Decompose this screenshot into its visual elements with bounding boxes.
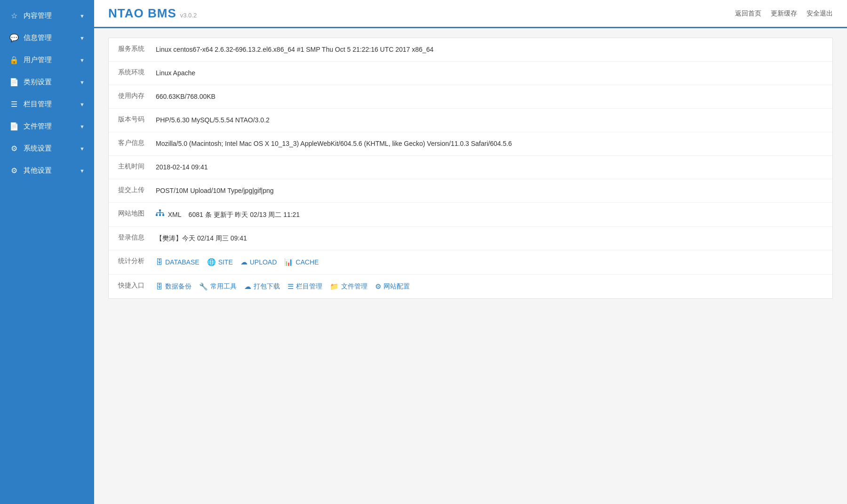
home-button[interactable]: 返回首页 [735, 9, 761, 18]
sidebar-label-info-management: 信息管理 [24, 33, 75, 42]
info-panel: 服务系统Linux centos67-x64 2.6.32-696.13.2.e… [108, 38, 833, 299]
sidebar-item-info-management[interactable]: 💬 信息管理 ▼ [0, 27, 94, 49]
info-row-host-time: 主机时间2018-02-14 09:41 [109, 156, 832, 179]
svg-rect-1 [156, 214, 158, 216]
info-label-host-time: 主机时间 [118, 162, 156, 171]
stats-link-file-mgmt[interactable]: 📁文件管理 [330, 281, 368, 292]
content-area: 服务系统Linux centos67-x64 2.6.32-696.13.2.e… [94, 28, 847, 504]
info-value-client-info: Mozilla/5.0 (Macintosh; Intel Mac OS X 1… [156, 139, 823, 149]
info-label-upload-info: 提交上传 [118, 186, 156, 194]
sidebar-label-category-settings: 类别设置 [24, 78, 75, 87]
sidebar-item-file-management[interactable]: 📄 文件管理 ▼ [0, 115, 94, 137]
upload-icon: ☁ [240, 257, 248, 268]
sidebar-arrow-content-management: ▼ [80, 13, 85, 19]
category-settings-icon: 📄 [9, 78, 19, 87]
header-actions: 返回首页 更新缓存 安全退出 [735, 9, 833, 18]
sidebar-label-other-settings: 其他设置 [24, 166, 75, 175]
sidebar-item-content-management[interactable]: ☆ 内容管理 ▼ [0, 5, 94, 27]
info-row-quick-access: 快捷入口🗄数据备份🔧常用工具☁打包下载☰栏目管理📁文件管理⚙网站配置 [109, 275, 832, 299]
info-label-sitemap: 网站地图 [118, 209, 156, 218]
info-value-stats: 🗄DATABASE🌐SITE☁UPLOAD📊CACHE [156, 257, 823, 268]
sidebar-label-user-management: 用户管理 [24, 56, 75, 64]
info-label-login-info: 登录信息 [118, 233, 156, 242]
info-row-memory-usage: 使用内存660.63KB/768.00KB [109, 85, 832, 109]
package-download-icon: ☁ [244, 281, 251, 292]
sidebar-label-content-management: 内容管理 [24, 11, 75, 20]
svg-rect-2 [159, 214, 161, 216]
info-row-upload-info: 提交上传POST/10M Upload/10M Type/jpg|gif|png [109, 179, 832, 203]
sidebar-arrow-system-settings: ▼ [80, 146, 85, 152]
sidebar-item-system-settings[interactable]: ⚙ 系统设置 ▼ [0, 137, 94, 160]
sidebar-label-column-management: 栏目管理 [24, 100, 75, 109]
sidebar-arrow-other-settings: ▼ [80, 168, 85, 174]
file-mgmt-icon: 📁 [330, 281, 339, 292]
stats-link-cache[interactable]: 📊CACHE [284, 257, 319, 268]
info-row-server-os: 服务系统Linux centos67-x64 2.6.32-696.13.2.e… [109, 38, 832, 62]
info-label-client-info: 客户信息 [118, 139, 156, 147]
info-label-server-os: 服务系统 [118, 45, 156, 53]
sidebar-arrow-info-management: ▼ [80, 35, 85, 41]
info-label-stats: 统计分析 [118, 257, 156, 265]
content-management-icon: ☆ [9, 11, 19, 20]
info-value-system-env: Linux Apache [156, 68, 823, 78]
brand: NTAO BMS v3.0.2 [108, 6, 197, 21]
info-value-server-os: Linux centos67-x64 2.6.32-696.13.2.el6.x… [156, 45, 823, 55]
common-tools-icon: 🔧 [199, 281, 208, 292]
main-area: NTAO BMS v3.0.2 返回首页 更新缓存 安全退出 服务系统Linux… [94, 0, 847, 504]
sitemap-icon [156, 209, 164, 217]
header: NTAO BMS v3.0.2 返回首页 更新缓存 安全退出 [94, 0, 847, 28]
info-row-version-code: 版本号码PHP/5.6.30 MySQL/5.5.54 NTAO/3.0.2 [109, 109, 832, 132]
info-row-system-env: 系统环境Linux Apache [109, 62, 832, 85]
info-value-login-info: 【樊涛】今天 02/14 周三 09:41 [156, 233, 823, 243]
sidebar-item-other-settings[interactable]: ⚙ 其他设置 ▼ [0, 160, 94, 182]
sidebar-item-category-settings[interactable]: 📄 类别设置 ▼ [0, 71, 94, 93]
sidebar-label-file-management: 文件管理 [24, 122, 75, 131]
sidebar-arrow-column-management: ▼ [80, 102, 85, 107]
sidebar: ☆ 内容管理 ▼ 💬 信息管理 ▼ 🔒 用户管理 ▼ 📄 类别设置 ▼ ☰ 栏目… [0, 0, 94, 504]
stats-link-site[interactable]: 🌐SITE [207, 257, 233, 268]
column-mgmt-icon: ☰ [288, 281, 294, 292]
svg-rect-3 [162, 214, 164, 216]
info-row-sitemap: 网站地图 XML 6081 条 更新于 昨天 02/13 周二 11:21 [109, 203, 832, 227]
sidebar-item-user-management[interactable]: 🔒 用户管理 ▼ [0, 49, 94, 71]
other-settings-icon: ⚙ [9, 166, 19, 175]
info-value-host-time: 2018-02-14 09:41 [156, 162, 823, 172]
stats-link-site-config[interactable]: ⚙网站配置 [375, 281, 410, 292]
info-value-upload-info: POST/10M Upload/10M Type/jpg|gif|png [156, 186, 823, 196]
stats-link-db[interactable]: 🗄DATABASE [156, 257, 200, 268]
stats-link-column-mgmt[interactable]: ☰栏目管理 [288, 281, 322, 292]
stats-link-common-tools[interactable]: 🔧常用工具 [199, 281, 237, 292]
info-value-memory-usage: 660.63KB/768.00KB [156, 92, 823, 102]
info-value-version-code: PHP/5.6.30 MySQL/5.5.54 NTAO/3.0.2 [156, 115, 823, 125]
info-value-quick-access: 🗄数据备份🔧常用工具☁打包下载☰栏目管理📁文件管理⚙网站配置 [156, 281, 823, 292]
info-label-system-env: 系统环境 [118, 68, 156, 77]
site-config-icon: ⚙ [375, 281, 381, 292]
stats-link-package-download[interactable]: ☁打包下载 [244, 281, 280, 292]
file-management-icon: 📄 [9, 122, 19, 131]
cache-icon: 📊 [284, 257, 293, 268]
site-icon: 🌐 [207, 257, 216, 268]
svg-rect-0 [159, 209, 161, 211]
sidebar-item-column-management[interactable]: ☰ 栏目管理 ▼ [0, 93, 94, 115]
refresh-cache-button[interactable]: 更新缓存 [771, 9, 797, 18]
info-row-client-info: 客户信息Mozilla/5.0 (Macintosh; Intel Mac OS… [109, 132, 832, 156]
system-settings-icon: ⚙ [9, 144, 19, 153]
sidebar-arrow-category-settings: ▼ [80, 80, 85, 85]
user-management-icon: 🔒 [9, 56, 19, 64]
db-icon: 🗄 [156, 257, 163, 268]
brand-name: NTAO BMS [108, 6, 176, 21]
db-backup-icon: 🗄 [156, 281, 163, 292]
info-label-version-code: 版本号码 [118, 115, 156, 124]
stats-link-upload[interactable]: ☁UPLOAD [240, 257, 277, 268]
logout-button[interactable]: 安全退出 [807, 9, 833, 18]
sidebar-arrow-user-management: ▼ [80, 57, 85, 63]
info-label-memory-usage: 使用内存 [118, 92, 156, 100]
brand-version: v3.0.2 [180, 12, 197, 19]
stats-link-db-backup[interactable]: 🗄数据备份 [156, 281, 192, 292]
sidebar-arrow-file-management: ▼ [80, 124, 85, 129]
info-management-icon: 💬 [9, 33, 19, 42]
column-management-icon: ☰ [9, 100, 19, 109]
info-row-stats: 统计分析🗄DATABASE🌐SITE☁UPLOAD📊CACHE [109, 250, 832, 275]
info-label-quick-access: 快捷入口 [118, 281, 156, 290]
info-value-sitemap: XML 6081 条 更新于 昨天 02/13 周二 11:21 [156, 209, 823, 220]
